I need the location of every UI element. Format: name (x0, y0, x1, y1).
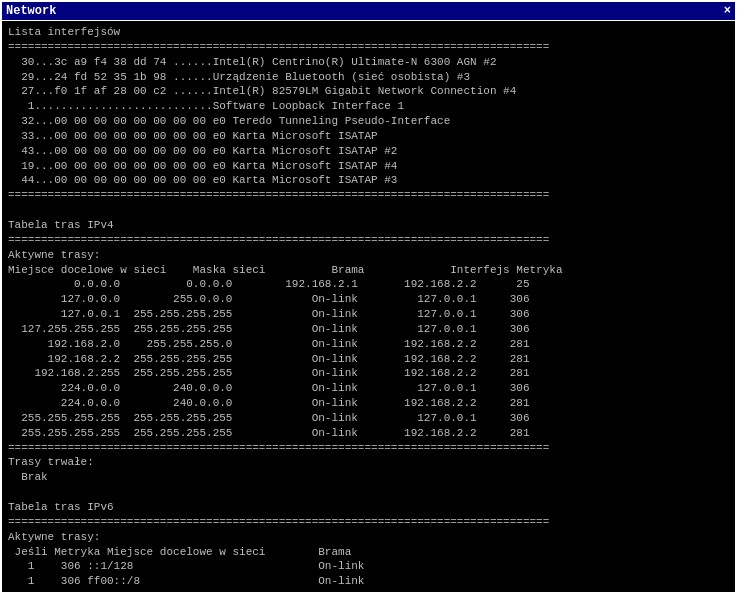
terminal-content: Lista interfejsów ======================… (2, 21, 735, 592)
close-button[interactable]: × (724, 4, 731, 18)
title-bar: Network × (2, 2, 735, 21)
main-window: Network × Lista interfejsów ============… (0, 0, 737, 592)
window-title: Network (6, 4, 56, 18)
